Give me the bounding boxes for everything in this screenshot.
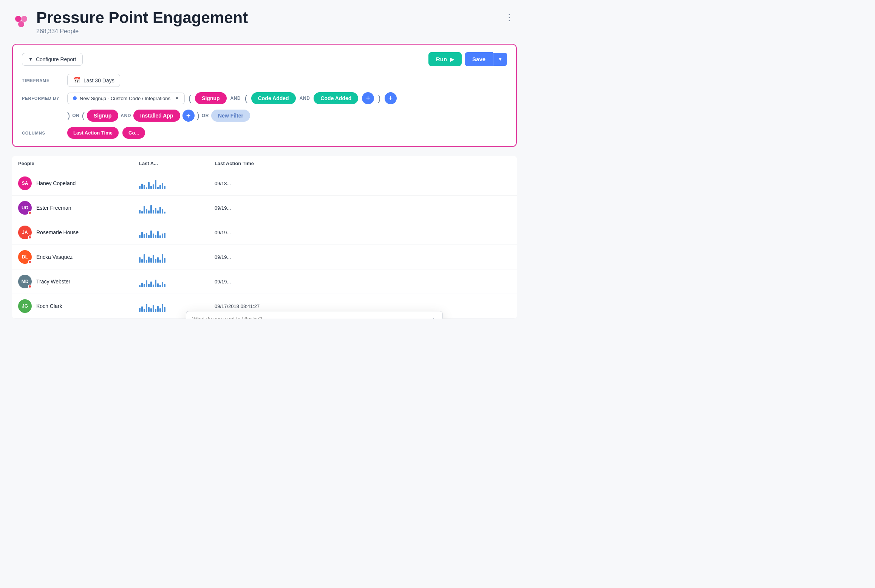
activity-cell (139, 251, 215, 263)
date-cell: 09/18... (215, 181, 298, 186)
performed-by-label: PERFORMED BY (22, 96, 63, 101)
activity-cell (139, 227, 215, 238)
svg-point-2 (18, 21, 24, 27)
add-filter-button-1[interactable]: + (362, 92, 374, 104)
activity-cell (139, 300, 215, 312)
person-name: Ericka Vasquez (36, 254, 73, 260)
and-label-3: AND (121, 113, 131, 118)
timeframe-label: TIMEFRAME (22, 78, 63, 83)
new-filter-chip[interactable]: New Filter (211, 110, 250, 122)
avatar: JG (18, 299, 32, 313)
avatar: UO (18, 201, 32, 215)
performed-by-select[interactable]: New Signup - Custom Code / Integrations … (67, 93, 185, 104)
run-button[interactable]: Run ▶ (428, 52, 462, 66)
date-cell: 09/19... (215, 230, 298, 235)
people-table: People Last A... Last Action Time SA Han… (12, 156, 517, 319)
avatar: MD (18, 275, 32, 288)
svg-point-1 (21, 16, 27, 22)
person-name: Haney Copeland (36, 180, 76, 186)
dropdown-arrow-icon: ▼ (175, 96, 179, 101)
more-options-button[interactable]: ⋮ (502, 9, 517, 26)
page-subtitle: 268,334 People (36, 28, 248, 35)
column-chip-last-action[interactable]: Last Action Time (67, 127, 119, 139)
date-cell: 09/17/2018 08:41:27 (215, 303, 298, 309)
page-title: Pressure Point Engagement (36, 9, 248, 26)
add-filter-button-3[interactable]: + (182, 110, 195, 122)
code-added-chip-1[interactable]: Code Added (251, 92, 296, 104)
configure-report-button[interactable]: ▼ Configure Report (22, 53, 83, 66)
avatar: SA (18, 176, 32, 190)
or-label-1: OR (72, 113, 79, 118)
app-logo-icon (12, 13, 30, 31)
and-label-2: AND (300, 96, 310, 101)
person-name: Rosemarie House (36, 229, 79, 235)
signup-chip-2[interactable]: Signup (87, 110, 118, 122)
filter-search-input[interactable] (192, 316, 431, 319)
col-header-last-action: Last Action Time (215, 161, 298, 166)
or-label-2: OR (202, 113, 209, 118)
save-button[interactable]: Save (465, 52, 493, 66)
installed-app-chip[interactable]: Installed App (133, 110, 180, 122)
table-row[interactable]: JA Rosemarie House 09/19... (12, 220, 517, 245)
activity-cell (139, 276, 215, 287)
calendar-icon: 📅 (73, 77, 80, 84)
avatar: DL (18, 250, 32, 264)
date-cell: 09/19... (215, 279, 298, 285)
configure-chevron-icon: ▼ (28, 57, 33, 62)
person-name: Koch Clark (36, 303, 62, 309)
table-row[interactable]: UO Ester Freeman 09/19... (12, 196, 517, 220)
person-name: Ester Freeman (36, 205, 71, 211)
activity-cell (139, 178, 215, 189)
activity-cell (139, 202, 215, 214)
save-dropdown-button[interactable]: ▼ (493, 53, 507, 66)
configure-panel: ▼ Configure Report Run ▶ Save ▼ TIMEFRAM… (12, 44, 517, 147)
avatar: JA (18, 226, 32, 239)
table-row[interactable]: MD Tracy Webster 09/19... (12, 269, 517, 294)
performed-dot-icon (73, 96, 77, 100)
person-name: Tracy Webster (36, 279, 70, 285)
add-filter-button-2[interactable]: + (385, 92, 397, 104)
signup-chip-1[interactable]: Signup (195, 92, 226, 104)
svg-point-0 (15, 16, 21, 22)
column-chip-2[interactable]: Co... (122, 127, 145, 139)
and-label-1: AND (230, 96, 241, 101)
date-cell: 09/19... (215, 205, 298, 211)
filter-dropdown: ▲ Email dropped ACTION (186, 311, 443, 319)
code-added-chip-2[interactable]: Code Added (314, 92, 358, 104)
save-button-group: Save ▼ (465, 52, 507, 66)
col-header-people: People (18, 161, 139, 166)
dropdown-close-icon[interactable]: ▲ (431, 316, 436, 319)
columns-label: COLUMNS (22, 131, 63, 135)
play-icon: ▶ (450, 56, 454, 62)
table-row[interactable]: SA Haney Copeland 09/18... (12, 171, 517, 196)
timeframe-button[interactable]: 📅 Last 30 Days (67, 74, 120, 87)
col-header-activity: Last A... (139, 161, 215, 166)
date-cell: 09/19... (215, 254, 298, 260)
table-row[interactable]: DL Ericka Vasquez 09/19... (12, 245, 517, 269)
